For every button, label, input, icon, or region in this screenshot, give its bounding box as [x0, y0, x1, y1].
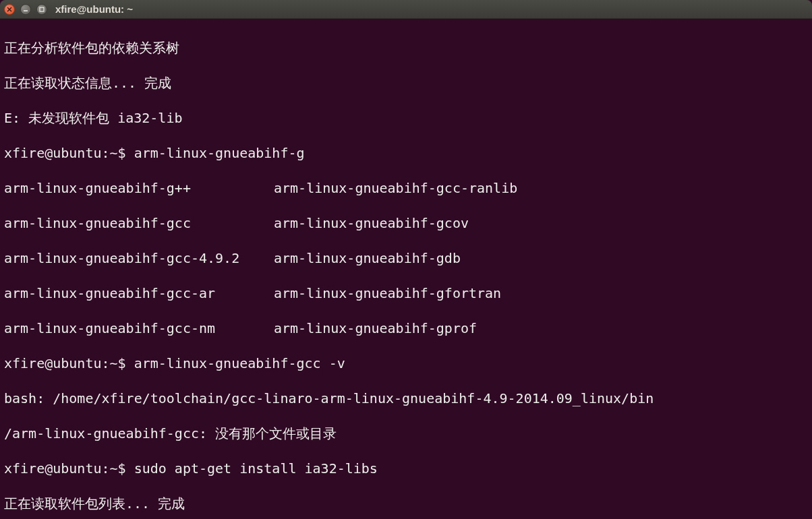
completion-item: arm-linux-gnueabihf-gprof [274, 319, 477, 337]
maximize-button[interactable] [36, 4, 47, 15]
completion-item: arm-linux-gnueabihf-gcc-nm [4, 319, 274, 337]
prompt-line: xfire@ubuntu:~$ arm-linux-gnueabihf-gcc … [4, 355, 808, 372]
window-controls [4, 4, 47, 15]
terminal-area[interactable]: 正在分析软件包的依赖关系树 正在读取状态信息... 完成 E: 未发现软件包 i… [0, 19, 812, 519]
prompt: xfire@ubuntu:~$ [4, 460, 134, 477]
completion-item: arm-linux-gnueabihf-gcc-ar [4, 284, 274, 302]
output-line: E: 未发现软件包 ia32-lib [4, 109, 808, 127]
completion-item: arm-linux-gnueabihf-gcc-4.9.2 [4, 249, 274, 267]
completion-item: arm-linux-gnueabihf-g++ [4, 179, 274, 197]
completion-item: arm-linux-gnueabihf-gfortran [274, 284, 501, 302]
output-line: 正在读取状态信息... 完成 [4, 74, 808, 92]
command-text: arm-linux-gnueabihf-g [134, 145, 305, 161]
prompt: xfire@ubuntu:~$ [4, 355, 134, 371]
output-line: bash: /home/xfire/toolchain/gcc-linaro-a… [4, 390, 808, 407]
completion-item: arm-linux-gnueabihf-gcc [4, 214, 274, 232]
output-line: 正在分析软件包的依赖关系树 [4, 39, 808, 57]
close-icon [7, 7, 12, 12]
completion-row: arm-linux-gnueabihf-gcc-4.9.2arm-linux-g… [4, 249, 808, 267]
command-text: arm-linux-gnueabihf-gcc -v [134, 355, 345, 371]
completion-item: arm-linux-gnueabihf-gdb [274, 249, 461, 267]
prompt-line: xfire@ubuntu:~$ sudo apt-get install ia3… [4, 460, 808, 477]
output-line: /arm-linux-gnueabihf-gcc: 没有那个文件或目录 [4, 425, 808, 442]
command-text: sudo apt-get install ia32-libs [134, 460, 378, 477]
prompt: xfire@ubuntu:~$ [4, 145, 134, 161]
output-line: 正在读取软件包列表... 完成 [4, 495, 808, 512]
titlebar: xfire@ubuntu: ~ [0, 0, 812, 19]
completion-row: arm-linux-gnueabihf-gcc-nmarm-linux-gnue… [4, 319, 808, 337]
window-title: xfire@ubuntu: ~ [55, 3, 133, 16]
completion-item: arm-linux-gnueabihf-gcov [274, 214, 469, 232]
completion-row: arm-linux-gnueabihf-g++arm-linux-gnueabi… [4, 179, 808, 197]
completion-item: arm-linux-gnueabihf-gcc-ranlib [274, 179, 517, 197]
prompt-line: xfire@ubuntu:~$ arm-linux-gnueabihf-g [4, 144, 808, 162]
minimize-button[interactable] [20, 4, 31, 15]
completion-row: arm-linux-gnueabihf-gccarm-linux-gnueabi… [4, 214, 808, 232]
minimize-icon [23, 7, 28, 12]
close-button[interactable] [4, 4, 15, 15]
svg-rect-0 [40, 7, 44, 11]
maximize-icon [39, 7, 45, 12]
completion-row: arm-linux-gnueabihf-gcc-ararm-linux-gnue… [4, 284, 808, 302]
